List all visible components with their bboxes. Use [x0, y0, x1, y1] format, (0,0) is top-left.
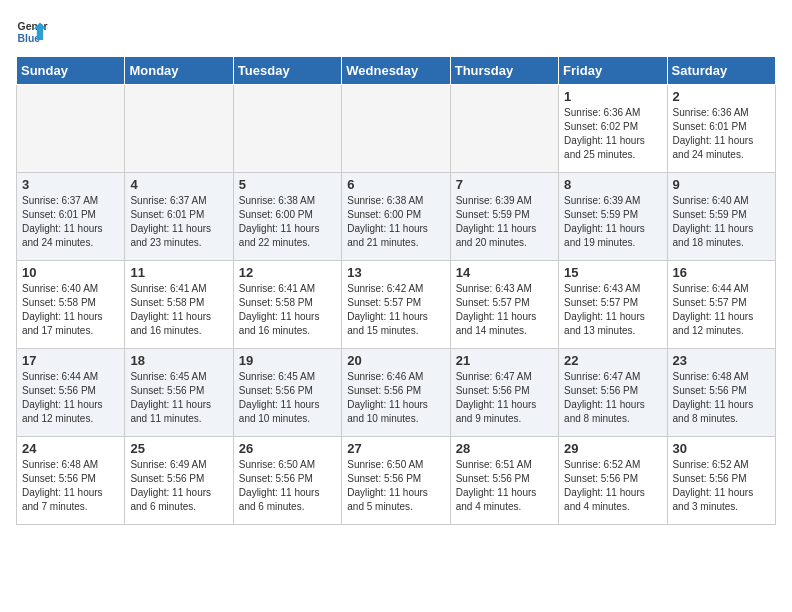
calendar-cell: 3Sunrise: 6:37 AMSunset: 6:01 PMDaylight…	[17, 173, 125, 261]
day-info: Sunrise: 6:49 AMSunset: 5:56 PMDaylight:…	[130, 458, 227, 514]
week-row-1: 1Sunrise: 6:36 AMSunset: 6:02 PMDaylight…	[17, 85, 776, 173]
day-info: Sunrise: 6:47 AMSunset: 5:56 PMDaylight:…	[456, 370, 553, 426]
calendar-cell: 16Sunrise: 6:44 AMSunset: 5:57 PMDayligh…	[667, 261, 775, 349]
day-info: Sunrise: 6:36 AMSunset: 6:02 PMDaylight:…	[564, 106, 661, 162]
day-info: Sunrise: 6:44 AMSunset: 5:57 PMDaylight:…	[673, 282, 770, 338]
calendar-cell: 19Sunrise: 6:45 AMSunset: 5:56 PMDayligh…	[233, 349, 341, 437]
day-info: Sunrise: 6:46 AMSunset: 5:56 PMDaylight:…	[347, 370, 444, 426]
calendar-cell: 30Sunrise: 6:52 AMSunset: 5:56 PMDayligh…	[667, 437, 775, 525]
day-number: 7	[456, 177, 553, 192]
weekday-header-thursday: Thursday	[450, 57, 558, 85]
calendar-cell: 14Sunrise: 6:43 AMSunset: 5:57 PMDayligh…	[450, 261, 558, 349]
weekday-header-sunday: Sunday	[17, 57, 125, 85]
day-info: Sunrise: 6:48 AMSunset: 5:56 PMDaylight:…	[22, 458, 119, 514]
weekday-header-row: SundayMondayTuesdayWednesdayThursdayFrid…	[17, 57, 776, 85]
calendar-cell: 22Sunrise: 6:47 AMSunset: 5:56 PMDayligh…	[559, 349, 667, 437]
logo-icon: General Blue	[16, 16, 48, 48]
weekday-header-saturday: Saturday	[667, 57, 775, 85]
day-info: Sunrise: 6:51 AMSunset: 5:56 PMDaylight:…	[456, 458, 553, 514]
day-info: Sunrise: 6:40 AMSunset: 5:59 PMDaylight:…	[673, 194, 770, 250]
day-number: 6	[347, 177, 444, 192]
calendar-cell: 21Sunrise: 6:47 AMSunset: 5:56 PMDayligh…	[450, 349, 558, 437]
week-row-4: 17Sunrise: 6:44 AMSunset: 5:56 PMDayligh…	[17, 349, 776, 437]
day-number: 26	[239, 441, 336, 456]
day-number: 10	[22, 265, 119, 280]
calendar-cell: 29Sunrise: 6:52 AMSunset: 5:56 PMDayligh…	[559, 437, 667, 525]
calendar-cell: 2Sunrise: 6:36 AMSunset: 6:01 PMDaylight…	[667, 85, 775, 173]
calendar-cell: 8Sunrise: 6:39 AMSunset: 5:59 PMDaylight…	[559, 173, 667, 261]
calendar-cell	[17, 85, 125, 173]
day-number: 29	[564, 441, 661, 456]
weekday-header-wednesday: Wednesday	[342, 57, 450, 85]
day-number: 12	[239, 265, 336, 280]
calendar-cell: 9Sunrise: 6:40 AMSunset: 5:59 PMDaylight…	[667, 173, 775, 261]
day-number: 17	[22, 353, 119, 368]
day-number: 13	[347, 265, 444, 280]
calendar-cell	[125, 85, 233, 173]
calendar-cell: 5Sunrise: 6:38 AMSunset: 6:00 PMDaylight…	[233, 173, 341, 261]
calendar-cell: 20Sunrise: 6:46 AMSunset: 5:56 PMDayligh…	[342, 349, 450, 437]
week-row-5: 24Sunrise: 6:48 AMSunset: 5:56 PMDayligh…	[17, 437, 776, 525]
day-number: 20	[347, 353, 444, 368]
day-number: 11	[130, 265, 227, 280]
calendar-cell: 27Sunrise: 6:50 AMSunset: 5:56 PMDayligh…	[342, 437, 450, 525]
day-info: Sunrise: 6:38 AMSunset: 6:00 PMDaylight:…	[347, 194, 444, 250]
day-info: Sunrise: 6:50 AMSunset: 5:56 PMDaylight:…	[239, 458, 336, 514]
day-number: 4	[130, 177, 227, 192]
day-number: 2	[673, 89, 770, 104]
week-row-3: 10Sunrise: 6:40 AMSunset: 5:58 PMDayligh…	[17, 261, 776, 349]
day-number: 22	[564, 353, 661, 368]
calendar-cell: 26Sunrise: 6:50 AMSunset: 5:56 PMDayligh…	[233, 437, 341, 525]
day-info: Sunrise: 6:43 AMSunset: 5:57 PMDaylight:…	[564, 282, 661, 338]
calendar-cell: 25Sunrise: 6:49 AMSunset: 5:56 PMDayligh…	[125, 437, 233, 525]
day-info: Sunrise: 6:41 AMSunset: 5:58 PMDaylight:…	[130, 282, 227, 338]
day-info: Sunrise: 6:50 AMSunset: 5:56 PMDaylight:…	[347, 458, 444, 514]
calendar-cell	[233, 85, 341, 173]
calendar-cell: 15Sunrise: 6:43 AMSunset: 5:57 PMDayligh…	[559, 261, 667, 349]
page-header: General Blue	[16, 16, 776, 48]
day-info: Sunrise: 6:52 AMSunset: 5:56 PMDaylight:…	[673, 458, 770, 514]
calendar-table: SundayMondayTuesdayWednesdayThursdayFrid…	[16, 56, 776, 525]
logo: General Blue	[16, 16, 48, 48]
day-info: Sunrise: 6:39 AMSunset: 5:59 PMDaylight:…	[456, 194, 553, 250]
day-info: Sunrise: 6:38 AMSunset: 6:00 PMDaylight:…	[239, 194, 336, 250]
day-number: 5	[239, 177, 336, 192]
calendar-cell: 1Sunrise: 6:36 AMSunset: 6:02 PMDaylight…	[559, 85, 667, 173]
day-number: 21	[456, 353, 553, 368]
day-number: 8	[564, 177, 661, 192]
day-info: Sunrise: 6:39 AMSunset: 5:59 PMDaylight:…	[564, 194, 661, 250]
calendar-cell: 17Sunrise: 6:44 AMSunset: 5:56 PMDayligh…	[17, 349, 125, 437]
day-info: Sunrise: 6:36 AMSunset: 6:01 PMDaylight:…	[673, 106, 770, 162]
day-info: Sunrise: 6:48 AMSunset: 5:56 PMDaylight:…	[673, 370, 770, 426]
calendar-cell: 10Sunrise: 6:40 AMSunset: 5:58 PMDayligh…	[17, 261, 125, 349]
day-number: 23	[673, 353, 770, 368]
day-number: 1	[564, 89, 661, 104]
day-number: 28	[456, 441, 553, 456]
day-info: Sunrise: 6:45 AMSunset: 5:56 PMDaylight:…	[239, 370, 336, 426]
calendar-cell	[450, 85, 558, 173]
calendar-cell: 7Sunrise: 6:39 AMSunset: 5:59 PMDaylight…	[450, 173, 558, 261]
calendar-cell	[342, 85, 450, 173]
weekday-header-monday: Monday	[125, 57, 233, 85]
calendar-cell: 4Sunrise: 6:37 AMSunset: 6:01 PMDaylight…	[125, 173, 233, 261]
day-info: Sunrise: 6:45 AMSunset: 5:56 PMDaylight:…	[130, 370, 227, 426]
day-number: 24	[22, 441, 119, 456]
day-info: Sunrise: 6:40 AMSunset: 5:58 PMDaylight:…	[22, 282, 119, 338]
day-number: 16	[673, 265, 770, 280]
day-number: 3	[22, 177, 119, 192]
day-info: Sunrise: 6:37 AMSunset: 6:01 PMDaylight:…	[130, 194, 227, 250]
calendar-cell: 6Sunrise: 6:38 AMSunset: 6:00 PMDaylight…	[342, 173, 450, 261]
day-info: Sunrise: 6:52 AMSunset: 5:56 PMDaylight:…	[564, 458, 661, 514]
calendar-cell: 12Sunrise: 6:41 AMSunset: 5:58 PMDayligh…	[233, 261, 341, 349]
day-number: 14	[456, 265, 553, 280]
calendar-cell: 13Sunrise: 6:42 AMSunset: 5:57 PMDayligh…	[342, 261, 450, 349]
day-info: Sunrise: 6:41 AMSunset: 5:58 PMDaylight:…	[239, 282, 336, 338]
day-number: 19	[239, 353, 336, 368]
week-row-2: 3Sunrise: 6:37 AMSunset: 6:01 PMDaylight…	[17, 173, 776, 261]
weekday-header-friday: Friday	[559, 57, 667, 85]
day-info: Sunrise: 6:43 AMSunset: 5:57 PMDaylight:…	[456, 282, 553, 338]
calendar-cell: 23Sunrise: 6:48 AMSunset: 5:56 PMDayligh…	[667, 349, 775, 437]
calendar-cell: 11Sunrise: 6:41 AMSunset: 5:58 PMDayligh…	[125, 261, 233, 349]
day-info: Sunrise: 6:44 AMSunset: 5:56 PMDaylight:…	[22, 370, 119, 426]
weekday-header-tuesday: Tuesday	[233, 57, 341, 85]
